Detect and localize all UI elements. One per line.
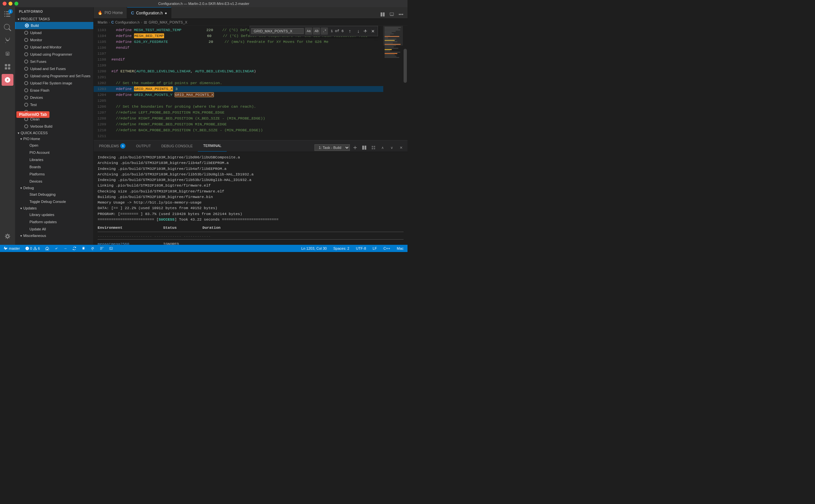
status-errors[interactable]: 0 6 — [24, 246, 41, 250]
sidebar-item-upload-set-fuses[interactable]: Upload and Set Fuses — [15, 65, 93, 72]
find-input[interactable] — [251, 28, 304, 34]
editor-scrollbar[interactable] — [403, 26, 408, 140]
find-prev-button[interactable]: ↑ — [346, 27, 353, 35]
quick-access-section[interactable]: ▾ QUICK ACCESS — [15, 130, 93, 136]
minimize-button[interactable] — [9, 2, 12, 6]
breadcrumb-file[interactable]: Configuration.h — [115, 20, 140, 24]
chevron-icon: ▾ — [20, 137, 22, 141]
status-check[interactable] — [53, 246, 60, 250]
status-language[interactable]: C++ — [382, 246, 391, 250]
split-terminal-button[interactable] — [360, 144, 368, 152]
sidebar-item-monitor[interactable]: Monitor — [15, 36, 93, 44]
sidebar-item-upload-programmer[interactable]: Upload using Programmer — [15, 51, 93, 58]
kill-terminal-button[interactable] — [370, 144, 377, 152]
terminal-dropdown[interactable]: 1: Task - Build — [315, 144, 350, 151]
split-editor-button[interactable] — [379, 10, 387, 18]
sidebar-item-toggle-debug-console[interactable]: Toggle Debug Console — [15, 198, 93, 205]
whole-word-button[interactable]: Ab — [313, 27, 320, 35]
tab-pio-home[interactable]: 🔥 PIO Home — [94, 7, 127, 18]
breadcrumb-marlin[interactable]: Marlin — [98, 20, 107, 24]
line-number: 1197 — [94, 51, 110, 57]
panel-tab-output[interactable]: OUTPUT — [131, 140, 156, 152]
platformio-activity-icon[interactable] — [2, 74, 13, 86]
titlebar: Configuration.h — Marlin-2.0.x-SKR-Mini-… — [0, 0, 408, 7]
sidebar-item-boards[interactable]: Boards — [15, 163, 93, 171]
sidebar-item-update-all[interactable]: Update All — [15, 225, 93, 233]
status-platform[interactable]: Mac — [395, 246, 405, 250]
panel-close-button[interactable]: ✕ — [397, 144, 405, 152]
settings-activity-icon[interactable] — [2, 230, 13, 242]
breadcrumb-symbol[interactable]: GRID_MAX_POINTS_X — [149, 20, 187, 24]
status-branch[interactable]: master — [3, 246, 21, 250]
sidebar-item-clean[interactable]: Clean — [15, 116, 93, 123]
sidebar-item-pio-account[interactable]: PIO Account — [15, 149, 93, 156]
close-button[interactable] — [3, 2, 7, 6]
sidebar-item-devices[interactable]: Devices — [15, 94, 93, 101]
terminal-content[interactable]: Indexing .pio/build/STM32F103R_bigtree/l… — [94, 152, 408, 245]
remote-activity-icon[interactable] — [2, 61, 13, 73]
sidebar-item-start-debugging[interactable]: Start Debugging — [15, 191, 93, 198]
sidebar-item-upload-filesystem[interactable]: Upload File System image — [15, 80, 93, 87]
sidebar-item-platform-updates[interactable]: Platform updates — [15, 218, 93, 225]
updates-subsection[interactable]: ▾ Updates — [15, 205, 93, 211]
sidebar-item-build[interactable]: Build — [15, 22, 93, 29]
sidebar-item-open[interactable]: Open — [15, 142, 93, 149]
search-activity-icon[interactable] — [2, 22, 13, 33]
status-arrow-right[interactable]: → — [62, 246, 68, 250]
status-bug[interactable] — [89, 246, 96, 250]
sidebar-item-libraries[interactable]: Libraries — [15, 156, 93, 163]
line-content: #define G26_XY_FEEDRATE 20 // (mm/s) Fee… — [110, 39, 383, 45]
sidebar-item-upload-monitor[interactable]: Upload and Monitor — [15, 44, 93, 51]
panel-tab-problems[interactable]: PROBLEMS 6 — [94, 140, 131, 152]
new-terminal-button[interactable] — [351, 144, 359, 152]
debug-activity-icon[interactable] — [2, 48, 13, 60]
sidebar-item-devices-quick[interactable]: Devices — [15, 178, 93, 185]
sidebar-item-set-fuses[interactable]: Set Fuses — [15, 58, 93, 65]
status-trash[interactable] — [80, 246, 87, 250]
sidebar-item-library-updates[interactable]: Library updates — [15, 211, 93, 218]
sidebar-item-platforms[interactable]: Platforms — [15, 171, 93, 178]
code-editor[interactable]: Aa Ab .* 1 of 6 ↑ ↓ ✕ 1193 #defi — [94, 26, 383, 140]
find-widget[interactable]: Aa Ab .* 1 of 6 ↑ ↓ ✕ — [250, 26, 378, 36]
maximize-button[interactable] — [14, 2, 18, 6]
pio-home-subsection[interactable]: ▾ PIO Home — [15, 136, 93, 142]
tab-configuration-h[interactable]: C Configuration.h ● — [127, 7, 171, 18]
debug-subsection[interactable]: ▾ Debug — [15, 185, 93, 191]
sidebar-item-erase-flash[interactable]: Erase Flash — [15, 87, 93, 94]
check-icon — [54, 246, 58, 250]
match-case-button[interactable]: Aa — [305, 27, 312, 35]
status-spaces[interactable]: Spaces: 2 — [332, 246, 351, 250]
minimap-slider[interactable] — [383, 26, 403, 45]
status-position[interactable]: Ln 1203, Col 30 — [300, 246, 328, 250]
status-home[interactable] — [44, 246, 50, 250]
clean-label: Clean — [30, 117, 40, 121]
sidebar-item-upload[interactable]: Upload — [15, 29, 93, 36]
window-controls[interactable] — [3, 2, 18, 6]
sidebar-item-verbose-build[interactable]: Verbose Build — [15, 123, 93, 130]
panel-tab-debug-console[interactable]: DEBUG CONSOLE — [156, 140, 198, 152]
sidebar-item-test[interactable]: Test — [15, 101, 93, 108]
find-close-button[interactable]: ✕ — [369, 27, 376, 35]
more-actions-button[interactable]: ••• — [397, 10, 405, 18]
terminal-line: DATA: [== ] 22.2% (used 10912 bytes from… — [98, 205, 404, 211]
regex-button[interactable]: .* — [321, 27, 328, 35]
panel-prev-button[interactable]: ∧ — [379, 144, 387, 152]
code-content[interactable]: 1193 #define MESH_TEST_HOTEND_TEMP 220 /… — [94, 26, 383, 140]
status-encoding[interactable]: UTF-8 — [354, 246, 367, 250]
project-tasks-section[interactable]: ▾ PROJECT TASKS — [15, 16, 93, 22]
extensions-activity-icon[interactable]: 1 — [2, 9, 13, 20]
editor-scrollbar-thumb[interactable] — [404, 49, 407, 83]
status-sync[interactable] — [71, 246, 78, 250]
misc-subsection[interactable]: ▾ Miscellaneous — [15, 233, 93, 239]
status-format[interactable] — [99, 246, 105, 250]
source-control-activity-icon[interactable] — [2, 35, 13, 46]
find-next-button[interactable]: ↓ — [355, 27, 362, 35]
status-eol[interactable]: LF — [371, 246, 378, 250]
panel-tab-terminal[interactable]: TERMINAL — [198, 140, 227, 152]
panel-next-button[interactable]: ∨ — [388, 144, 396, 152]
toggle-panel-button[interactable] — [388, 10, 396, 18]
sidebar-item-upload-programmer-fuses[interactable]: Upload using Programmer and Set Fuses — [15, 72, 93, 80]
line-content — [110, 63, 383, 68]
status-terminal-icon[interactable] — [108, 246, 114, 250]
sidebar-item-ellipsis[interactable]: ... — [15, 108, 93, 116]
